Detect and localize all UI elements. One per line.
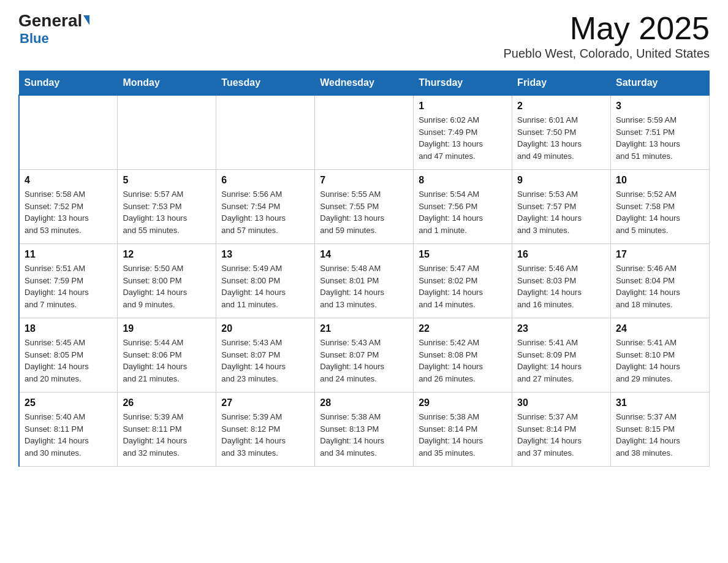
day-number: 31 — [616, 397, 704, 408]
day-number: 27 — [221, 397, 309, 408]
logo-general: General — [18, 12, 89, 29]
day-of-week-header: Thursday — [414, 71, 512, 96]
day-number: 7 — [320, 175, 408, 186]
calendar-cell: 9Sunrise: 5:53 AM Sunset: 7:57 PM Daylig… — [512, 170, 611, 244]
calendar-cell: 27Sunrise: 5:39 AM Sunset: 8:12 PM Dayli… — [216, 393, 315, 467]
day-info: Sunrise: 5:55 AM Sunset: 7:55 PM Dayligh… — [320, 188, 408, 236]
day-info: Sunrise: 5:44 AM Sunset: 8:06 PM Dayligh… — [123, 337, 211, 385]
day-number: 15 — [419, 249, 507, 260]
day-info: Sunrise: 5:41 AM Sunset: 8:09 PM Dayligh… — [517, 337, 605, 385]
day-number: 22 — [419, 323, 507, 334]
calendar-cell: 30Sunrise: 5:37 AM Sunset: 8:14 PM Dayli… — [512, 393, 611, 467]
month-title: May 2025 — [504, 12, 710, 44]
calendar-cell: 22Sunrise: 5:42 AM Sunset: 8:08 PM Dayli… — [414, 318, 512, 393]
calendar-cell: 25Sunrise: 5:40 AM Sunset: 8:11 PM Dayli… — [19, 393, 118, 467]
day-number: 26 — [123, 397, 211, 408]
calendar-cell: 13Sunrise: 5:49 AM Sunset: 8:00 PM Dayli… — [216, 244, 315, 318]
day-number: 13 — [221, 249, 309, 260]
calendar-cell — [315, 95, 414, 170]
day-number: 28 — [320, 397, 408, 408]
calendar-cell: 5Sunrise: 5:57 AM Sunset: 7:53 PM Daylig… — [118, 170, 216, 244]
calendar-cell: 15Sunrise: 5:47 AM Sunset: 8:02 PM Dayli… — [414, 244, 512, 318]
calendar-cell: 1Sunrise: 6:02 AM Sunset: 7:49 PM Daylig… — [414, 95, 512, 170]
day-info: Sunrise: 5:43 AM Sunset: 8:07 PM Dayligh… — [221, 337, 309, 385]
calendar-cell: 19Sunrise: 5:44 AM Sunset: 8:06 PM Dayli… — [118, 318, 216, 393]
day-number: 19 — [123, 323, 211, 334]
day-number: 24 — [616, 323, 704, 334]
calendar-cell: 17Sunrise: 5:46 AM Sunset: 8:04 PM Dayli… — [611, 244, 710, 318]
day-number: 17 — [616, 249, 704, 260]
calendar-cell: 7Sunrise: 5:55 AM Sunset: 7:55 PM Daylig… — [315, 170, 414, 244]
location-subtitle: Pueblo West, Colorado, United States — [504, 47, 710, 61]
day-number: 21 — [320, 323, 408, 334]
day-number: 12 — [123, 249, 211, 260]
days-of-week-row: SundayMondayTuesdayWednesdayThursdayFrid… — [19, 71, 710, 96]
day-info: Sunrise: 5:56 AM Sunset: 7:54 PM Dayligh… — [221, 188, 309, 236]
day-info: Sunrise: 5:50 AM Sunset: 8:00 PM Dayligh… — [123, 262, 211, 310]
day-info: Sunrise: 5:46 AM Sunset: 8:04 PM Dayligh… — [616, 262, 704, 310]
calendar-week-row: 11Sunrise: 5:51 AM Sunset: 7:59 PM Dayli… — [19, 244, 710, 318]
calendar-cell: 29Sunrise: 5:38 AM Sunset: 8:14 PM Dayli… — [414, 393, 512, 467]
day-of-week-header: Saturday — [611, 71, 710, 96]
calendar-week-row: 18Sunrise: 5:45 AM Sunset: 8:05 PM Dayli… — [19, 318, 710, 393]
day-number: 29 — [419, 397, 507, 408]
day-of-week-header: Monday — [118, 71, 216, 96]
day-of-week-header: Sunday — [19, 71, 118, 96]
day-info: Sunrise: 5:54 AM Sunset: 7:56 PM Dayligh… — [419, 188, 507, 236]
day-of-week-header: Friday — [512, 71, 611, 96]
day-number: 25 — [25, 397, 112, 408]
day-number: 10 — [616, 175, 704, 186]
day-info: Sunrise: 5:53 AM Sunset: 7:57 PM Dayligh… — [517, 188, 605, 236]
day-info: Sunrise: 5:52 AM Sunset: 7:58 PM Dayligh… — [616, 188, 704, 236]
calendar-cell: 18Sunrise: 5:45 AM Sunset: 8:05 PM Dayli… — [19, 318, 118, 393]
logo-general-text: General — [18, 12, 82, 29]
day-number: 6 — [221, 175, 309, 186]
day-number: 8 — [419, 175, 507, 186]
calendar-header: SundayMondayTuesdayWednesdayThursdayFrid… — [19, 71, 710, 96]
page-header: General Blue May 2025 Pueblo West, Color… — [18, 12, 710, 61]
logo-triangle-icon — [83, 15, 89, 25]
day-number: 18 — [25, 323, 112, 334]
day-number: 16 — [517, 249, 605, 260]
day-info: Sunrise: 5:58 AM Sunset: 7:52 PM Dayligh… — [25, 188, 112, 236]
calendar-cell: 31Sunrise: 5:37 AM Sunset: 8:15 PM Dayli… — [611, 393, 710, 467]
day-info: Sunrise: 5:49 AM Sunset: 8:00 PM Dayligh… — [221, 262, 309, 310]
day-info: Sunrise: 5:48 AM Sunset: 8:01 PM Dayligh… — [320, 262, 408, 310]
calendar-cell: 6Sunrise: 5:56 AM Sunset: 7:54 PM Daylig… — [216, 170, 315, 244]
calendar-cell: 3Sunrise: 5:59 AM Sunset: 7:51 PM Daylig… — [611, 95, 710, 170]
day-of-week-header: Wednesday — [315, 71, 414, 96]
day-number: 5 — [123, 175, 211, 186]
day-info: Sunrise: 6:02 AM Sunset: 7:49 PM Dayligh… — [419, 114, 507, 162]
day-info: Sunrise: 5:57 AM Sunset: 7:53 PM Dayligh… — [123, 188, 211, 236]
day-info: Sunrise: 5:59 AM Sunset: 7:51 PM Dayligh… — [616, 114, 704, 162]
day-number: 4 — [25, 175, 112, 186]
day-number: 20 — [221, 323, 309, 334]
day-info: Sunrise: 5:51 AM Sunset: 7:59 PM Dayligh… — [25, 262, 112, 310]
day-info: Sunrise: 5:37 AM Sunset: 8:14 PM Dayligh… — [517, 411, 605, 459]
calendar-cell: 23Sunrise: 5:41 AM Sunset: 8:09 PM Dayli… — [512, 318, 611, 393]
calendar-cell: 24Sunrise: 5:41 AM Sunset: 8:10 PM Dayli… — [611, 318, 710, 393]
logo: General Blue — [18, 12, 89, 47]
calendar-cell: 14Sunrise: 5:48 AM Sunset: 8:01 PM Dayli… — [315, 244, 414, 318]
calendar-cell: 21Sunrise: 5:43 AM Sunset: 8:07 PM Dayli… — [315, 318, 414, 393]
day-number: 11 — [25, 249, 112, 260]
calendar-cell: 20Sunrise: 5:43 AM Sunset: 8:07 PM Dayli… — [216, 318, 315, 393]
day-info: Sunrise: 5:38 AM Sunset: 8:14 PM Dayligh… — [419, 411, 507, 459]
day-info: Sunrise: 5:37 AM Sunset: 8:15 PM Dayligh… — [616, 411, 704, 459]
calendar-body: 1Sunrise: 6:02 AM Sunset: 7:49 PM Daylig… — [19, 95, 710, 467]
day-number: 2 — [517, 101, 605, 112]
day-number: 1 — [419, 101, 507, 112]
day-info: Sunrise: 5:43 AM Sunset: 8:07 PM Dayligh… — [320, 337, 408, 385]
day-info: Sunrise: 5:40 AM Sunset: 8:11 PM Dayligh… — [25, 411, 112, 459]
calendar-cell: 28Sunrise: 5:38 AM Sunset: 8:13 PM Dayli… — [315, 393, 414, 467]
day-of-week-header: Tuesday — [216, 71, 315, 96]
day-number: 9 — [517, 175, 605, 186]
day-info: Sunrise: 5:41 AM Sunset: 8:10 PM Dayligh… — [616, 337, 704, 385]
day-info: Sunrise: 5:45 AM Sunset: 8:05 PM Dayligh… — [25, 337, 112, 385]
calendar-week-row: 1Sunrise: 6:02 AM Sunset: 7:49 PM Daylig… — [19, 95, 710, 170]
calendar-cell: 11Sunrise: 5:51 AM Sunset: 7:59 PM Dayli… — [19, 244, 118, 318]
day-info: Sunrise: 5:38 AM Sunset: 8:13 PM Dayligh… — [320, 411, 408, 459]
calendar-cell: 16Sunrise: 5:46 AM Sunset: 8:03 PM Dayli… — [512, 244, 611, 318]
calendar-cell: 10Sunrise: 5:52 AM Sunset: 7:58 PM Dayli… — [611, 170, 710, 244]
day-number: 30 — [517, 397, 605, 408]
